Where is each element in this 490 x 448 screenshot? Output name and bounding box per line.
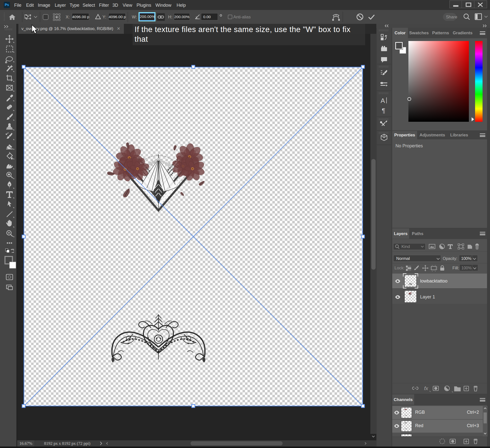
svg-text:fx: fx bbox=[424, 385, 429, 391]
svg-text:Kind: Kind bbox=[401, 244, 410, 249]
svg-text:A: A bbox=[381, 97, 385, 104]
svg-text:¶: ¶ bbox=[382, 107, 385, 114]
